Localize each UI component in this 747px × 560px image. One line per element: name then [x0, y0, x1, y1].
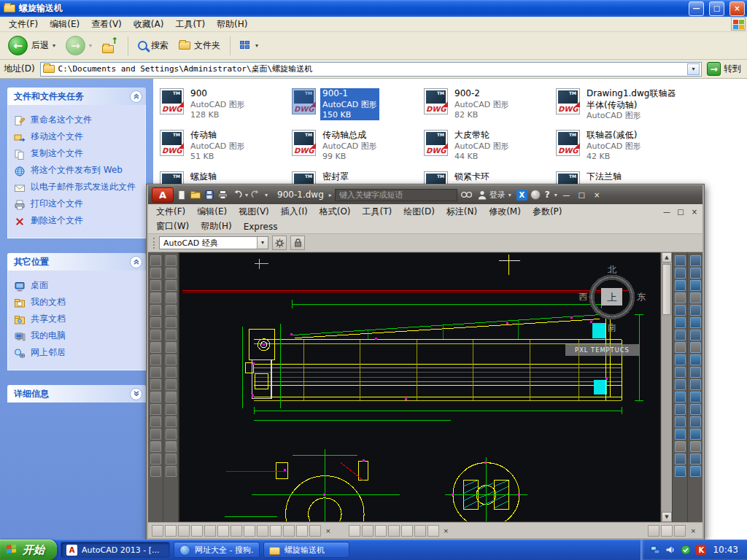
- minimize-button[interactable]: —: [689, 1, 704, 16]
- taskbar-clock[interactable]: 10:43: [713, 545, 738, 555]
- document-window-controls[interactable]: — □ ×: [661, 208, 700, 216]
- workspace-dropdown-icon[interactable]: ▾: [257, 237, 268, 249]
- back-button[interactable]: ← 后退 ▾: [4, 34, 59, 58]
- file-item-chuandongzhou[interactable]: TMDWG 传动轴AutoCAD 图形51 KB: [159, 129, 291, 171]
- file-item-900[interactable]: TMDWG 900AutoCAD 图形128 KB: [159, 88, 291, 129]
- doc-restore-button[interactable]: □: [675, 208, 686, 216]
- toolbar-close-icon[interactable]: ×: [687, 527, 699, 534]
- forward-button[interactable]: → ▾: [62, 34, 96, 58]
- taskbar-task-folder[interactable]: 螺旋输送机: [263, 542, 349, 558]
- workspace-settings-button[interactable]: [272, 236, 287, 250]
- expand-chevron-icon[interactable]: [130, 388, 142, 400]
- exchange-apps-icon[interactable]: X: [516, 190, 527, 201]
- file-item-drawing1[interactable]: TMDWG Drawing1.dwg联轴器半体(传动轴)AutoCAD 图形: [555, 88, 687, 129]
- maximize-button[interactable]: □: [709, 1, 724, 16]
- acad-menu-window[interactable]: 窗口(W): [150, 219, 195, 234]
- task-publish-file[interactable]: 将这个文件发布到 Web: [14, 165, 139, 177]
- details-header[interactable]: 详细信息: [7, 385, 146, 402]
- address-dropdown-button[interactable]: ▾: [687, 63, 700, 75]
- scroll-up-arrow[interactable]: ▲: [662, 252, 672, 262]
- place-shared-documents[interactable]: 共享文档: [14, 314, 139, 326]
- signin-dropdown-icon[interactable]: ▾: [508, 192, 511, 198]
- folders-button[interactable]: 文件夹: [175, 37, 224, 54]
- views-dropdown-icon[interactable]: ▾: [255, 42, 258, 49]
- views-button[interactable]: ▾: [236, 39, 262, 53]
- autocad-titlebar[interactable]: A ▾ ▾ 900-1.dwg ▸ 登录 ▾ X ?: [148, 185, 703, 204]
- taskbar-task-autocad[interactable]: A AutoCAD 2013 - [...: [61, 542, 170, 558]
- collapse-chevron-icon[interactable]: [130, 256, 142, 268]
- menu-tools[interactable]: 工具(T): [169, 17, 211, 32]
- network-tray-icon[interactable]: [650, 545, 660, 555]
- volume-tray-icon[interactable]: [665, 545, 676, 555]
- menu-view[interactable]: 查看(V): [85, 17, 128, 32]
- draw-toolbar[interactable]: [148, 252, 163, 522]
- acad-menu-parametric[interactable]: 参数(P): [527, 204, 568, 219]
- acad-menu-format[interactable]: 格式(O): [314, 204, 357, 219]
- file-item-chuandongzhou-zongcheng[interactable]: TMDWG 传动轴总成AutoCAD 图形99 KB: [291, 129, 423, 171]
- file-tasks-header[interactable]: 文件和文件夹任务: [7, 88, 146, 105]
- task-move-file[interactable]: 移动这个文件: [14, 131, 139, 144]
- file-item-dapidailun[interactable]: TMDWG 大皮带轮AutoCAD 图形44 KB: [423, 129, 555, 171]
- place-network[interactable]: 网上邻居: [14, 347, 139, 359]
- communication-center-icon[interactable]: [530, 190, 541, 200]
- start-button[interactable]: 开始: [0, 540, 57, 560]
- acad-menu-file[interactable]: 文件(F): [150, 204, 191, 219]
- object-snap-toolbar[interactable]: [163, 252, 179, 522]
- explorer-titlebar[interactable]: 螺旋输送机 — □ ×: [0, 0, 747, 17]
- autocad-restore-button[interactable]: □: [576, 191, 588, 199]
- drawing-canvas[interactable]: 北 西 东 南 上 PXL TEMPTUCS: [179, 252, 661, 522]
- menu-help[interactable]: 帮助(H): [211, 17, 253, 32]
- other-places-header[interactable]: 其它位置: [7, 253, 146, 271]
- acad-menu-edit[interactable]: 编辑(E): [191, 204, 233, 219]
- acad-menu-express[interactable]: Express: [238, 220, 284, 233]
- binoculars-search-icon[interactable]: [460, 190, 473, 199]
- acad-menu-draw[interactable]: 绘图(D): [398, 204, 441, 219]
- undo-dropdown-icon[interactable]: ▾: [245, 192, 248, 198]
- canvas-scrollbar[interactable]: ▲ ▼: [661, 252, 672, 522]
- dimension-toolbar[interactable]: [672, 252, 687, 522]
- task-copy-file[interactable]: 复制这个文件: [14, 148, 139, 160]
- collapse-chevron-icon[interactable]: [130, 90, 142, 103]
- doc-close-button[interactable]: ×: [689, 208, 700, 216]
- file-item-900-1[interactable]: TMDWG 900-1AutoCAD 图形150 KB: [291, 88, 423, 129]
- autocad-app-button[interactable]: A: [152, 187, 174, 203]
- address-input[interactable]: C:\Documents and Settings\Administrator\…: [40, 62, 702, 77]
- autocad-search-input[interactable]: [335, 189, 457, 201]
- help-icon[interactable]: ?: [543, 190, 551, 200]
- close-button[interactable]: ×: [729, 1, 745, 16]
- toolbar-close-icon[interactable]: ×: [441, 527, 452, 534]
- acad-menu-help[interactable]: 帮助(H): [195, 219, 237, 234]
- back-dropdown-icon[interactable]: ▾: [53, 42, 55, 49]
- signin-button[interactable]: 登录 ▾: [478, 190, 511, 201]
- place-desktop[interactable]: 桌面: [14, 280, 139, 292]
- acad-menu-view[interactable]: 视图(V): [233, 204, 275, 219]
- acad-menu-modify[interactable]: 修改(M): [483, 204, 527, 219]
- menu-file[interactable]: 文件(F): [3, 17, 44, 32]
- task-rename-file[interactable]: 重命名这个文件: [14, 114, 139, 127]
- workspace-lock-button[interactable]: [290, 236, 305, 250]
- toolbar-close-icon[interactable]: ×: [322, 527, 334, 534]
- menu-favorites[interactable]: 收藏(A): [128, 17, 170, 32]
- up-button[interactable]: ↑: [98, 36, 122, 55]
- toolbar-grip[interactable]: [153, 238, 155, 249]
- place-my-computer[interactable]: 我的电脑: [14, 330, 139, 343]
- forward-dropdown-icon[interactable]: ▾: [89, 42, 92, 49]
- safety-tray-icon[interactable]: [681, 545, 691, 555]
- taskbar-task-browser[interactable]: 网址大全 - 搜狗...: [174, 542, 260, 558]
- help-dropdown-icon[interactable]: ▾: [554, 192, 557, 198]
- file-item-lianzhouqi[interactable]: TMDWG 联轴器(减低)AutoCAD 图形42 KB: [555, 129, 687, 171]
- place-my-documents[interactable]: 我的文档: [14, 297, 139, 309]
- task-email-file[interactable]: 以电子邮件形式发送此文件: [14, 182, 139, 194]
- acad-menu-tools[interactable]: 工具(T): [357, 204, 398, 219]
- task-print-file[interactable]: 打印这个文件: [14, 198, 139, 211]
- bottom-docked-toolbars[interactable]: × × ×: [148, 522, 703, 538]
- qat-dropdown-icon[interactable]: ▾: [265, 192, 268, 198]
- workspace-combo[interactable]: AutoCAD 经典 ▾: [159, 236, 268, 249]
- menu-edit[interactable]: 编辑(E): [44, 17, 85, 32]
- sogou-tray-icon[interactable]: K: [696, 545, 706, 555]
- scrollbar-thumb[interactable]: [662, 264, 671, 315]
- task-delete-file[interactable]: 删除这个文件: [14, 215, 139, 228]
- search-button[interactable]: 搜索: [134, 37, 172, 54]
- quick-access-toolbar[interactable]: ▾ ▾: [177, 190, 268, 201]
- acad-menu-insert[interactable]: 插入(I): [275, 204, 314, 219]
